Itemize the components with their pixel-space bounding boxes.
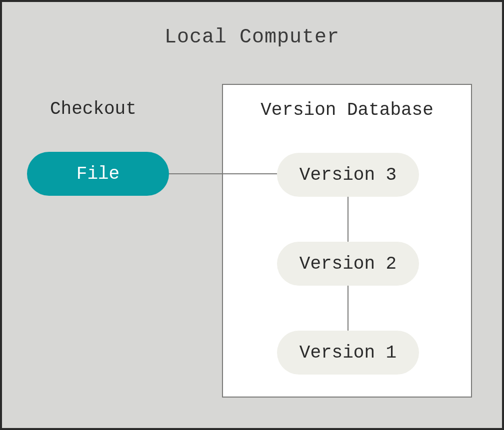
version-2-node: Version 2: [277, 242, 419, 286]
file-node-label: File: [76, 164, 120, 184]
version-database-box: Version Database Version 3 Version 2 Ver…: [222, 84, 472, 398]
version-3-label: Version 3: [300, 165, 396, 185]
checkout-section-label: Checkout: [50, 99, 136, 119]
version-3-node: Version 3: [277, 153, 419, 197]
version-database-title: Version Database: [223, 100, 471, 120]
connector-v2-to-v1: [348, 286, 348, 331]
version-1-label: Version 1: [300, 343, 396, 363]
connector-v3-to-v2: [348, 197, 348, 242]
file-node: File: [27, 152, 169, 196]
diagram-title: Local Computer: [2, 26, 502, 48]
connector-file-to-v3: [169, 173, 277, 174]
version-2-label: Version 2: [300, 254, 396, 274]
version-1-node: Version 1: [277, 331, 419, 375]
